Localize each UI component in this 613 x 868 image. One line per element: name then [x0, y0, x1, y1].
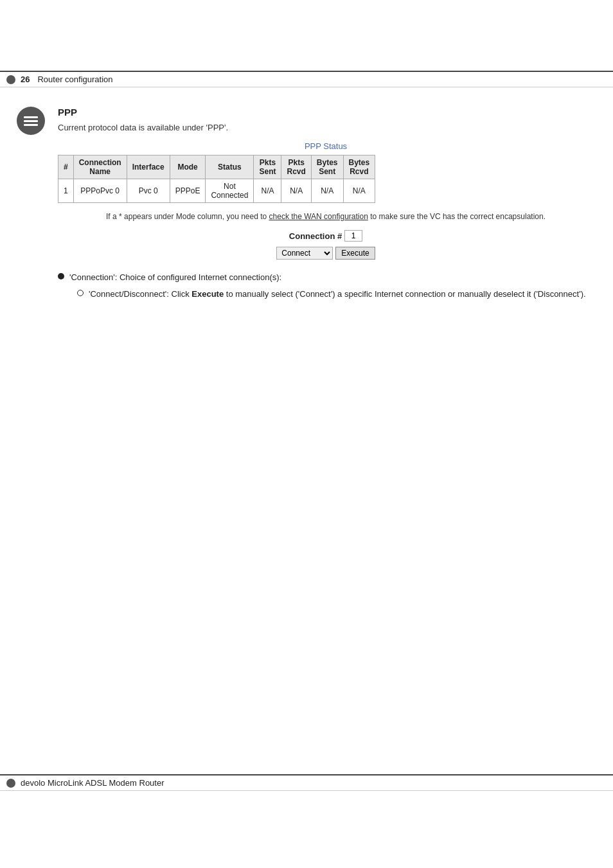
cell-pkts-rcvd: N/A [281, 179, 311, 203]
cell-row-number: 1 [58, 179, 74, 203]
col-header-bytes-rcvd: BytesRcvd [343, 155, 375, 179]
sub-bullet-item-1: 'Connect/Disconnect': Click Execute to m… [77, 288, 594, 301]
cell-bytes-rcvd: N/A [343, 179, 375, 203]
col-header-interface: Interface [127, 155, 170, 179]
top-bar: 26 Router configuration [0, 71, 613, 87]
cell-pkts-sent: N/A [254, 179, 281, 203]
bullet-item-1: 'Connection': Choice of configured Inter… [58, 271, 594, 284]
bullet-section: 'Connection': Choice of configured Inter… [58, 271, 594, 300]
sidebar [0, 100, 51, 319]
execute-button[interactable]: Execute [335, 247, 375, 260]
icon-line-2 [24, 120, 38, 122]
sub-bullet-circle-1 [77, 290, 84, 296]
col-header-pkts-rcvd: PktsRcvd [281, 155, 311, 179]
main-content: PPP Current protocol data is available u… [51, 100, 613, 319]
ppp-status-table: # ConnectionName Interface Mode Status P… [58, 155, 375, 203]
col-header-pkts-sent: PktsSent [254, 155, 281, 179]
cell-connection-name: PPPoPvc 0 [73, 179, 127, 203]
note-text-part2: to make sure the VC has the correct enca… [370, 212, 546, 221]
cell-status: NotConnected [206, 179, 254, 203]
cell-bytes-sent: N/A [311, 179, 343, 203]
col-header-status: Status [206, 155, 254, 179]
execute-row: Connect Disconnect Execute [58, 247, 594, 260]
table-row: 1 PPPoPvc 0 Pvc 0 PPPoE NotConnected N/A… [58, 179, 375, 203]
description-text: Current protocol data is available under… [58, 123, 594, 132]
col-header-bytes-sent: BytesSent [311, 155, 343, 179]
sidebar-router-icon [17, 107, 45, 135]
cell-mode: PPPoE [170, 179, 206, 203]
cell-interface: Pvc 0 [127, 179, 170, 203]
col-header-hash: # [58, 155, 74, 179]
icon-line-1 [24, 116, 38, 118]
icon-line-3 [24, 124, 38, 126]
table-header-row: # ConnectionName Interface Mode Status P… [58, 155, 375, 179]
top-bar-title: Router configuration [37, 75, 112, 84]
page-number: 26 [21, 75, 30, 84]
bullet-text-1-content: 'Connection': Choice of configured Inter… [69, 272, 281, 282]
bullet-dot-1 [58, 273, 64, 279]
bullet-text-1: 'Connection': Choice of configured Inter… [69, 271, 281, 284]
col-header-connection-name: ConnectionName [73, 155, 127, 179]
table-title: PPP Status [58, 141, 594, 151]
wan-config-link[interactable]: check the WAN configuration [269, 212, 368, 221]
connection-label: Connection # [289, 231, 342, 241]
note-text: If a * appears under Mode column, you ne… [58, 211, 594, 222]
connection-number-input[interactable] [344, 230, 362, 242]
connect-disconnect-select[interactable]: Connect Disconnect [276, 247, 333, 260]
sub-bullet-text-1: 'Connect/Disconnect': Click Execute to m… [89, 288, 586, 301]
col-header-mode: Mode [170, 155, 206, 179]
note-text-part1: If a * appears under Mode column, you ne… [106, 212, 267, 221]
bottom-bar-title: devolo MicroLink ADSL Modem Router [21, 778, 164, 788]
bottom-bar: devolo MicroLink ADSL Modem Router [0, 774, 613, 791]
bottom-bar-icon [6, 779, 15, 788]
top-bar-icon [6, 75, 15, 84]
execute-bold: Execute [191, 289, 224, 299]
connection-number-row: Connection # [58, 230, 594, 242]
section-heading: PPP [58, 107, 594, 118]
